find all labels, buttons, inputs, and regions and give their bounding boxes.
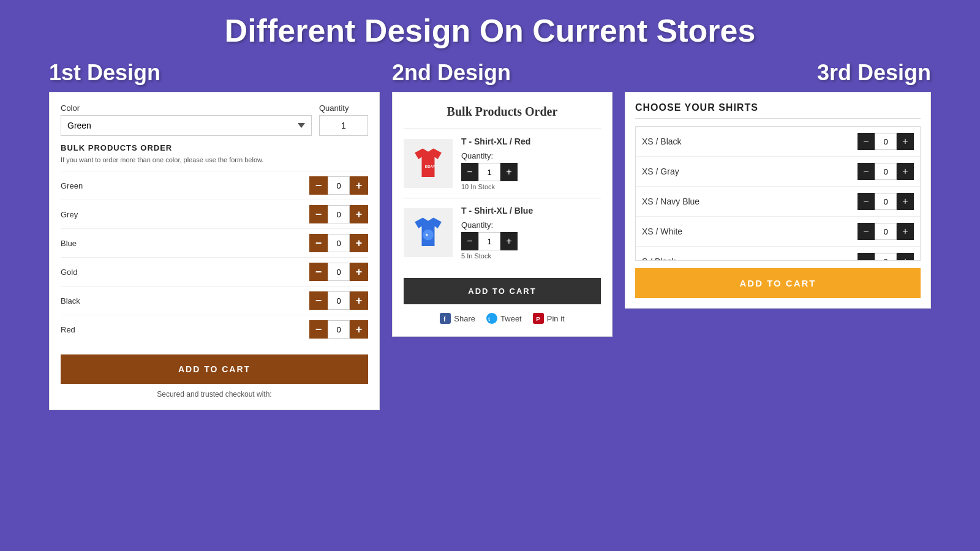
stepper-red: − + — [309, 320, 368, 339]
plus-btn-blue[interactable]: + — [350, 234, 368, 252]
minus-btn-blue[interactable]: − — [309, 234, 328, 252]
d3-label-xs-gray: XS / Gray — [642, 167, 858, 176]
qty2-blue[interactable] — [478, 232, 500, 250]
d3-row-s-black: S / Black − + — [636, 247, 920, 261]
stepper-green: − + — [309, 176, 368, 195]
share-label: Share — [454, 314, 475, 323]
scrollable-list[interactable]: XS / Black − + XS / Gray − + — [635, 126, 921, 261]
qty3-s-black[interactable] — [875, 253, 897, 261]
svg-text:f: f — [443, 315, 446, 323]
minus-btn-red[interactable]: − — [309, 320, 328, 339]
plus-btn2-blue[interactable]: + — [500, 232, 518, 250]
tshirt-red-icon: BDAY — [407, 142, 450, 185]
plus-btn3-s-black[interactable]: + — [897, 253, 914, 261]
pinit-label: Pin it — [547, 314, 565, 323]
plus-btn-black[interactable]: + — [350, 291, 368, 310]
share-pinterest[interactable]: P Pin it — [533, 313, 565, 324]
plus-btn3-xs-navy[interactable]: + — [897, 193, 914, 210]
twitter-icon: t — [486, 313, 497, 324]
product-img-red: BDAY — [404, 139, 453, 188]
bulk-row-grey: Grey − + — [61, 200, 368, 228]
page-wrapper: Different Design On Current Stores 1st D… — [0, 0, 980, 551]
product-name-blue: T - Shirt-XL / Blue — [461, 206, 601, 216]
bulk-title: BULK PRODUCTS ORDER — [61, 143, 368, 152]
qty-gold[interactable] — [328, 263, 350, 281]
color-label: Color — [61, 103, 312, 113]
add-to-cart-btn-1[interactable]: ADD TO CART — [61, 354, 368, 384]
svg-text:t: t — [488, 316, 490, 322]
qty-grey[interactable] — [328, 205, 350, 223]
qty3-xs-navy[interactable] — [875, 193, 897, 210]
bulk-row-label-green: Green — [61, 181, 309, 190]
plus-btn-green[interactable]: + — [350, 176, 368, 195]
d3-label-xs-white: XS / White — [642, 227, 858, 236]
minus-btn-grey[interactable]: − — [309, 205, 328, 223]
svg-point-3 — [423, 230, 434, 241]
plus-btn2-red[interactable]: + — [500, 163, 518, 181]
share-twitter[interactable]: t Tweet — [486, 313, 522, 324]
minus-btn-black[interactable]: − — [309, 291, 328, 310]
minus-btn3-s-black[interactable]: − — [858, 253, 875, 261]
bulk-row-green: Green − + — [61, 171, 368, 200]
qty-black[interactable] — [328, 291, 350, 310]
design1-card: Color Green Grey Blue Gold Black Red Qua… — [49, 92, 380, 410]
plus-btn3-xs-black[interactable]: + — [897, 133, 914, 150]
design2-label: 2nd Design — [392, 60, 612, 86]
svg-text:BDAY: BDAY — [425, 164, 435, 168]
quantity-input[interactable] — [319, 115, 368, 136]
product-row-blue: ★ T - Shirt-XL / Blue Quantity: − + 5 In… — [404, 198, 601, 267]
design3-label: 3rd Design — [625, 60, 931, 86]
minus-btn2-blue[interactable]: − — [461, 232, 478, 250]
bulk-row-label-black: Black — [61, 296, 309, 305]
d3-label-xs-navy: XS / Navy Blue — [642, 197, 858, 206]
plus-btn3-xs-gray[interactable]: + — [897, 163, 914, 180]
stepper2-red: − + — [461, 163, 601, 181]
bulk-subtitle: If you want to order more than one color… — [61, 156, 368, 163]
plus-btn-red[interactable]: + — [350, 320, 368, 339]
bulk-row-label-grey: Grey — [61, 210, 309, 219]
product-info-red: T - Shirt-XL / Red Quantity: − + 10 In S… — [461, 137, 601, 190]
bulk-row-blue: Blue − + — [61, 228, 368, 257]
bulk-row-label-blue: Blue — [61, 239, 309, 248]
stock-red: 10 In Stock — [461, 183, 601, 190]
bulk-row-label-red: Red — [61, 325, 309, 334]
bulk-row-gold: Gold − + — [61, 257, 368, 286]
qty2-red[interactable] — [478, 163, 500, 181]
minus-btn3-xs-gray[interactable]: − — [858, 163, 875, 180]
design2-title: Bulk Products Order — [404, 105, 601, 119]
minus-btn-gold[interactable]: − — [309, 263, 328, 281]
qty-red[interactable] — [328, 320, 350, 339]
share-facebook[interactable]: f Share — [440, 313, 475, 324]
design3-column: 3rd Design CHOOSE YOUR SHIRTS XS / Black… — [625, 60, 931, 309]
plus-btn-grey[interactable]: + — [350, 205, 368, 223]
plus-btn3-xs-white[interactable]: + — [897, 223, 914, 240]
qty3-xs-black[interactable] — [875, 133, 897, 150]
qty-green[interactable] — [328, 176, 350, 195]
stepper-black: − + — [309, 291, 368, 310]
minus-btn-green[interactable]: − — [309, 176, 328, 195]
d3-row-xs-gray: XS / Gray − + — [636, 157, 920, 187]
product-img-blue: ★ — [404, 208, 453, 257]
minus-btn3-xs-white[interactable]: − — [858, 223, 875, 240]
d3-label-xs-black: XS / Black — [642, 137, 858, 146]
qty3-xs-gray[interactable] — [875, 163, 897, 180]
bulk-row-label-gold: Gold — [61, 268, 309, 277]
stepper3-xs-navy: − + — [858, 193, 914, 210]
quantity-label: Quantity — [319, 103, 368, 113]
qty-blue[interactable] — [328, 234, 350, 252]
stepper3-xs-gray: − + — [858, 163, 914, 180]
qty-label-red: Quantity: — [461, 151, 601, 160]
add-to-cart-btn-2[interactable]: ADD TO CART — [404, 278, 601, 304]
bulk-row-red: Red − + — [61, 315, 368, 343]
bulk-row-black: Black − + — [61, 286, 368, 315]
qty3-xs-white[interactable] — [875, 223, 897, 240]
facebook-icon: f — [440, 313, 451, 324]
qty-label-blue: Quantity: — [461, 220, 601, 230]
design1-color-group: Color Green Grey Blue Gold Black Red — [61, 103, 312, 136]
minus-btn3-xs-black[interactable]: − — [858, 133, 875, 150]
minus-btn2-red[interactable]: − — [461, 163, 478, 181]
minus-btn3-xs-navy[interactable]: − — [858, 193, 875, 210]
plus-btn-gold[interactable]: + — [350, 263, 368, 281]
add-to-cart-btn-3[interactable]: ADD TO CART — [635, 268, 921, 298]
color-select[interactable]: Green Grey Blue Gold Black Red — [61, 115, 312, 136]
